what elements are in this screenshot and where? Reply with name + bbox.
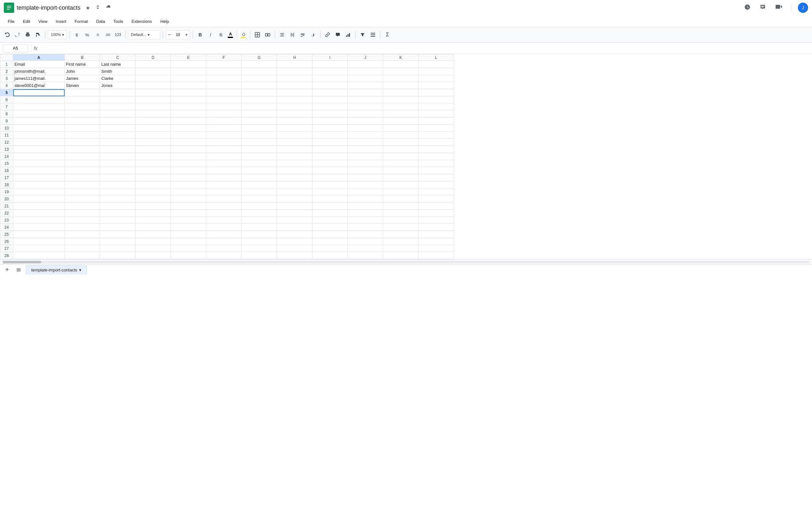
cell[interactable] bbox=[277, 68, 312, 75]
cell[interactable] bbox=[418, 224, 454, 231]
cell[interactable] bbox=[65, 238, 100, 245]
cell[interactable] bbox=[277, 117, 312, 125]
cell[interactable] bbox=[348, 75, 383, 82]
cell[interactable] bbox=[241, 245, 277, 252]
cell[interactable] bbox=[277, 188, 312, 195]
text-color-button[interactable]: A bbox=[227, 30, 234, 39]
menu-extensions[interactable]: Extensions bbox=[128, 18, 156, 25]
cell[interactable] bbox=[348, 117, 383, 125]
cell[interactable] bbox=[383, 217, 418, 224]
cell[interactable] bbox=[65, 96, 100, 103]
cell[interactable] bbox=[171, 174, 206, 181]
cell[interactable] bbox=[206, 153, 241, 160]
cell-reference-input[interactable] bbox=[3, 44, 28, 53]
row-number[interactable]: 18 bbox=[0, 181, 13, 188]
cell[interactable] bbox=[136, 160, 171, 167]
cell[interactable] bbox=[136, 217, 171, 224]
cell[interactable] bbox=[171, 160, 206, 167]
cell[interactable] bbox=[65, 252, 100, 259]
formula-input[interactable] bbox=[40, 46, 809, 51]
cell[interactable] bbox=[206, 245, 241, 252]
row-number[interactable]: 14 bbox=[0, 153, 13, 160]
row-number[interactable]: 27 bbox=[0, 245, 13, 252]
insert-chart-button[interactable] bbox=[344, 30, 353, 39]
cell[interactable] bbox=[348, 188, 383, 195]
cell[interactable] bbox=[348, 195, 383, 203]
cell[interactable] bbox=[171, 238, 206, 245]
cell[interactable] bbox=[383, 231, 418, 238]
cell[interactable] bbox=[100, 224, 136, 231]
cell[interactable] bbox=[418, 167, 454, 174]
cell[interactable] bbox=[383, 224, 418, 231]
cell[interactable] bbox=[277, 160, 312, 167]
cell[interactable] bbox=[383, 96, 418, 103]
cell[interactable] bbox=[277, 146, 312, 153]
cell[interactable] bbox=[171, 245, 206, 252]
cell[interactable] bbox=[383, 139, 418, 146]
cell[interactable] bbox=[312, 110, 348, 117]
cell[interactable] bbox=[206, 132, 241, 139]
scrollbar-track[interactable] bbox=[3, 261, 809, 263]
cell[interactable] bbox=[418, 252, 454, 259]
row-number[interactable]: 20 bbox=[0, 195, 13, 203]
cell[interactable] bbox=[206, 82, 241, 89]
cell[interactable] bbox=[100, 167, 136, 174]
cell[interactable] bbox=[383, 167, 418, 174]
font-size-input[interactable] bbox=[173, 32, 183, 37]
cell[interactable] bbox=[241, 96, 277, 103]
cell[interactable] bbox=[312, 203, 348, 210]
cell[interactable] bbox=[348, 245, 383, 252]
cell[interactable] bbox=[418, 195, 454, 203]
col-header-a[interactable]: A bbox=[13, 54, 65, 61]
font-size-control[interactable]: − + bbox=[166, 30, 191, 39]
row-number[interactable]: 6 bbox=[0, 96, 13, 103]
cell[interactable] bbox=[277, 75, 312, 82]
cell[interactable] bbox=[312, 117, 348, 125]
cell[interactable] bbox=[241, 174, 277, 181]
strikethrough-button[interactable]: S bbox=[216, 30, 225, 39]
cell[interactable] bbox=[65, 139, 100, 146]
cell[interactable] bbox=[348, 96, 383, 103]
cell[interactable]: Email bbox=[13, 61, 65, 68]
row-number[interactable]: 13 bbox=[0, 146, 13, 153]
cell[interactable] bbox=[13, 103, 65, 110]
cell[interactable] bbox=[348, 146, 383, 153]
row-number[interactable]: 17 bbox=[0, 174, 13, 181]
row-number[interactable]: 16 bbox=[0, 167, 13, 174]
cell[interactable] bbox=[65, 132, 100, 139]
cell[interactable] bbox=[277, 61, 312, 68]
cell[interactable] bbox=[348, 252, 383, 259]
cell[interactable] bbox=[65, 174, 100, 181]
star-icon[interactable]: ★ bbox=[84, 3, 91, 12]
row-number[interactable]: 24 bbox=[0, 224, 13, 231]
sheet-area[interactable]: A B C D E F G H I J K L 1EmailFirst name… bbox=[0, 54, 812, 259]
cell[interactable] bbox=[418, 117, 454, 125]
cell[interactable] bbox=[206, 61, 241, 68]
cell[interactable] bbox=[100, 103, 136, 110]
cell[interactable] bbox=[312, 174, 348, 181]
valign-button[interactable] bbox=[288, 30, 297, 39]
cell[interactable] bbox=[277, 89, 312, 96]
cell[interactable] bbox=[206, 195, 241, 203]
cell[interactable] bbox=[136, 203, 171, 210]
menu-format[interactable]: Format bbox=[71, 18, 92, 25]
cell[interactable] bbox=[171, 252, 206, 259]
cell[interactable] bbox=[277, 153, 312, 160]
cell[interactable] bbox=[348, 61, 383, 68]
cell[interactable] bbox=[206, 96, 241, 103]
cell[interactable] bbox=[171, 75, 206, 82]
cell[interactable] bbox=[65, 203, 100, 210]
cell[interactable] bbox=[65, 125, 100, 132]
cell[interactable] bbox=[136, 188, 171, 195]
cell[interactable] bbox=[348, 174, 383, 181]
menu-edit[interactable]: Edit bbox=[19, 18, 34, 25]
cell[interactable] bbox=[136, 181, 171, 188]
cell[interactable] bbox=[13, 224, 65, 231]
cell[interactable] bbox=[65, 224, 100, 231]
cell[interactable] bbox=[206, 224, 241, 231]
cell[interactable] bbox=[312, 68, 348, 75]
cell[interactable] bbox=[277, 110, 312, 117]
cell[interactable] bbox=[171, 132, 206, 139]
cell[interactable] bbox=[13, 210, 65, 217]
cell[interactable] bbox=[241, 231, 277, 238]
